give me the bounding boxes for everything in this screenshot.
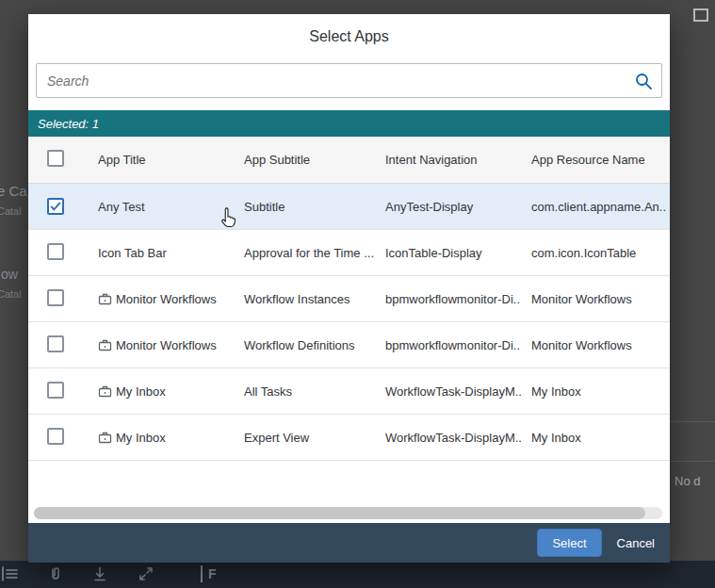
- column-header-app-resource-name[interactable]: App Resource Name: [524, 153, 670, 167]
- app-resource-cell: Monitor Workflows: [524, 292, 670, 306]
- app-title-cell: My Inbox: [90, 431, 236, 445]
- popout-window-icon: [693, 8, 708, 22]
- app-resource-text: com.client.appname.An..: [531, 200, 666, 214]
- app-subtitle-cell: Subtitle: [236, 200, 378, 214]
- app-subtitle-cell: Workflow Definitions: [236, 338, 378, 352]
- selection-bar: Selected: 1: [28, 110, 670, 137]
- app-resource-cell: com.icon.IconTable: [524, 246, 670, 260]
- app-subtitle-text: Expert View: [244, 431, 309, 445]
- search-icon[interactable]: [634, 72, 653, 90]
- row-checkbox[interactable]: [47, 382, 64, 399]
- row-checkbox-cell: [28, 198, 90, 215]
- intent-navigation-text: IconTable-Display: [385, 246, 482, 260]
- app-title-cell: My Inbox: [90, 384, 236, 399]
- bg-text-fragment: ow: [1, 267, 18, 282]
- app-resource-cell: My Inbox: [524, 431, 670, 445]
- app-subtitle-text: All Tasks: [244, 384, 292, 399]
- column-header-intent-navigation[interactable]: Intent Navigation: [378, 153, 524, 167]
- intent-navigation-cell: WorkflowTask-DisplayM..: [378, 431, 524, 445]
- intent-navigation-text: WorkflowTask-DisplayM..: [385, 431, 522, 445]
- table-row[interactable]: My Inbox Expert View WorkflowTask-Displa…: [28, 415, 670, 461]
- intent-navigation-text: AnyTest-Display: [385, 200, 473, 214]
- format-icon: F: [201, 565, 217, 582]
- column-header-app-subtitle[interactable]: App Subtitle: [236, 153, 378, 167]
- bg-text-fragment: Catal: [0, 205, 22, 217]
- row-checkbox[interactable]: [47, 289, 64, 306]
- row-checkbox[interactable]: [47, 198, 64, 215]
- bottom-toolbar: F: [0, 561, 715, 588]
- briefcase-icon: [98, 292, 112, 306]
- app-resource-cell: My Inbox: [524, 384, 670, 399]
- app-title-text: My Inbox: [116, 384, 166, 399]
- briefcase-icon: [98, 431, 112, 445]
- app-resource-text: com.icon.IconTable: [531, 246, 636, 260]
- intent-navigation-text: bpmworkflowmonitor-Di..: [385, 338, 520, 352]
- intent-navigation-text: WorkflowTask-DisplayM..: [385, 384, 522, 399]
- row-checkbox[interactable]: [47, 243, 64, 260]
- app-title-cell: Monitor Workflows: [90, 338, 236, 352]
- app-resource-cell: com.client.appname.An..: [524, 200, 670, 214]
- row-checkbox-cell: [28, 289, 90, 309]
- app-title-text: Monitor Workflows: [116, 292, 217, 306]
- select-apps-dialog: Select Apps Selected: 1 App Title App Su…: [28, 14, 670, 563]
- app-resource-cell: Monitor Workflows: [524, 338, 670, 352]
- table-row[interactable]: Any Test Subtitle AnyTest-Display com.cl…: [28, 184, 670, 230]
- row-checkbox[interactable]: [47, 335, 64, 352]
- table-header: App Title App Subtitle Intent Navigation…: [28, 137, 670, 184]
- bg-text-fragment: No d: [674, 474, 700, 488]
- row-checkbox-cell: [28, 428, 90, 448]
- intent-navigation-cell: bpmworkflowmonitor-Di..: [378, 292, 524, 306]
- app-title-cell: Monitor Workflows: [90, 292, 236, 306]
- intent-navigation-cell: WorkflowTask-DisplayM..: [378, 384, 524, 399]
- table-row[interactable]: Monitor Workflows Workflow Definitions b…: [28, 322, 670, 368]
- scrollbar-thumb[interactable]: [34, 507, 645, 519]
- intent-navigation-cell: AnyTest-Display: [378, 200, 524, 214]
- search-band: [28, 59, 670, 110]
- table-row[interactable]: Icon Tab Bar Approval for the Time ... I…: [28, 230, 670, 276]
- download-icon: [91, 565, 108, 582]
- search-field[interactable]: [36, 63, 662, 98]
- dialog-header: Select Apps: [28, 14, 670, 59]
- search-input[interactable]: [37, 64, 661, 97]
- bg-text-fragment: Catal: [0, 288, 22, 300]
- app-subtitle-text: Approval for the Time ...: [244, 246, 374, 260]
- attachment-icon: [47, 565, 64, 582]
- column-header-app-title[interactable]: App Title: [90, 153, 236, 167]
- app-subtitle-cell: Expert View: [236, 431, 378, 445]
- select-all-checkbox[interactable]: [47, 150, 64, 167]
- intent-navigation-text: bpmworkflowmonitor-Di..: [385, 292, 520, 306]
- app-subtitle-cell: Workflow Instances: [236, 292, 378, 306]
- bg-text-fragment: e Ca: [0, 183, 27, 199]
- apps-table-rows: Any Test Subtitle AnyTest-Display com.cl…: [28, 184, 670, 461]
- dialog-footer: Select Cancel: [28, 523, 670, 563]
- app-title-text: Monitor Workflows: [116, 338, 217, 352]
- intent-navigation-cell: IconTable-Display: [378, 246, 524, 260]
- select-button[interactable]: Select: [537, 529, 601, 557]
- briefcase-icon: [98, 384, 112, 399]
- row-checkbox[interactable]: [47, 428, 64, 445]
- cancel-button[interactable]: Cancel: [617, 536, 655, 550]
- selection-summary: Selected: 1: [38, 117, 99, 131]
- resize-icon: [138, 565, 154, 582]
- row-checkbox-cell: [28, 243, 90, 263]
- app-resource-text: My Inbox: [531, 384, 581, 399]
- horizontal-scrollbar[interactable]: [34, 507, 662, 519]
- app-resource-text: Monitor Workflows: [531, 292, 632, 306]
- list-icon: [2, 565, 19, 582]
- intent-navigation-cell: bpmworkflowmonitor-Di..: [378, 338, 524, 352]
- table-row[interactable]: Monitor Workflows Workflow Instances bpm…: [28, 276, 670, 322]
- app-subtitle-text: Workflow Instances: [244, 292, 349, 306]
- bg-table-line: [670, 421, 715, 422]
- app-title-text: My Inbox: [116, 431, 166, 445]
- select-all-cell: [28, 150, 90, 170]
- app-subtitle-text: Workflow Definitions: [244, 338, 355, 352]
- dialog-title: Select Apps: [309, 28, 389, 45]
- table-row[interactable]: My Inbox All Tasks WorkflowTask-DisplayM…: [28, 368, 670, 415]
- app-title-text: Icon Tab Bar: [98, 246, 167, 260]
- app-subtitle-cell: Approval for the Time ...: [236, 246, 378, 260]
- app-resource-text: My Inbox: [531, 431, 581, 445]
- app-subtitle-cell: All Tasks: [236, 384, 378, 399]
- briefcase-icon: [98, 338, 112, 352]
- app-title-cell: Icon Tab Bar: [90, 246, 236, 260]
- app-subtitle-text: Subtitle: [244, 200, 284, 214]
